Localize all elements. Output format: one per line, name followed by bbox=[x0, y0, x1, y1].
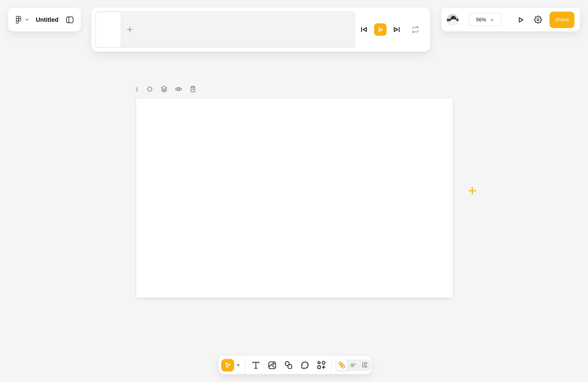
zoom-level-select[interactable]: 56% bbox=[469, 13, 501, 26]
bottom-toolbar bbox=[219, 356, 371, 374]
move-tool-button[interactable] bbox=[221, 359, 234, 371]
chevron-down-icon[interactable] bbox=[236, 364, 240, 366]
trash-icon[interactable] bbox=[189, 85, 197, 93]
chevron-down-icon[interactable] bbox=[25, 18, 29, 21]
emote-rings-mode-button[interactable] bbox=[336, 360, 347, 371]
chevron-down-icon bbox=[490, 19, 494, 21]
account-header-card: 56% Share bbox=[441, 8, 580, 32]
shapes-tool-button[interactable] bbox=[283, 359, 294, 371]
loop-button[interactable] bbox=[411, 25, 420, 34]
play-icon bbox=[377, 26, 384, 33]
document-title[interactable]: Untitled bbox=[36, 16, 59, 23]
collab-mode-group bbox=[336, 359, 371, 371]
media-image-tool-button[interactable] bbox=[266, 359, 278, 371]
draw-mode-button[interactable] bbox=[347, 359, 359, 371]
cursor-icon bbox=[224, 361, 231, 369]
slide-filmstrip bbox=[95, 11, 355, 48]
ruler-cursor-icon bbox=[361, 361, 368, 369]
scribble-icon bbox=[349, 361, 357, 369]
slide-thumbnail-1[interactable] bbox=[96, 12, 121, 47]
present-button[interactable] bbox=[517, 16, 524, 23]
figma-logo-icon[interactable] bbox=[16, 15, 21, 24]
skip-next-button[interactable] bbox=[392, 25, 401, 34]
document-header-card: Untitled bbox=[8, 8, 81, 32]
eye-preview-icon[interactable] bbox=[175, 85, 182, 93]
toolbar-divider bbox=[245, 356, 245, 374]
add-slide-canvas-button[interactable] bbox=[467, 186, 477, 195]
plus-icon bbox=[126, 26, 134, 33]
settings-gear-icon[interactable] bbox=[534, 16, 542, 24]
toolbar-divider bbox=[331, 356, 331, 374]
widgets-tool-button[interactable] bbox=[315, 359, 327, 371]
template-diamond-icon[interactable] bbox=[146, 85, 154, 93]
playback-controls bbox=[359, 7, 420, 52]
figma-slides-app: Untitled bbox=[0, 0, 588, 382]
plus-icon bbox=[468, 186, 477, 195]
slide-number: 1 bbox=[135, 86, 139, 92]
zoom-level-value: 56% bbox=[476, 17, 486, 22]
design-tools-mode-button[interactable] bbox=[359, 359, 371, 371]
text-tool-button[interactable] bbox=[250, 359, 262, 371]
layers-icon[interactable] bbox=[160, 85, 168, 93]
share-button[interactable]: Share bbox=[549, 11, 574, 28]
slide-controls-row: 1 bbox=[135, 83, 197, 95]
sticker-bubble-tool-button[interactable] bbox=[299, 359, 311, 371]
skip-previous-button[interactable] bbox=[359, 25, 369, 34]
filmstrip-card bbox=[91, 7, 430, 52]
play-button[interactable] bbox=[374, 23, 387, 36]
add-slide-button[interactable] bbox=[125, 12, 135, 47]
share-button-label: Share bbox=[555, 17, 569, 22]
rings-icon bbox=[338, 361, 346, 369]
avatar[interactable] bbox=[447, 14, 459, 25]
slide-canvas[interactable] bbox=[136, 98, 453, 297]
toggle-sidebar-icon[interactable] bbox=[66, 16, 74, 23]
